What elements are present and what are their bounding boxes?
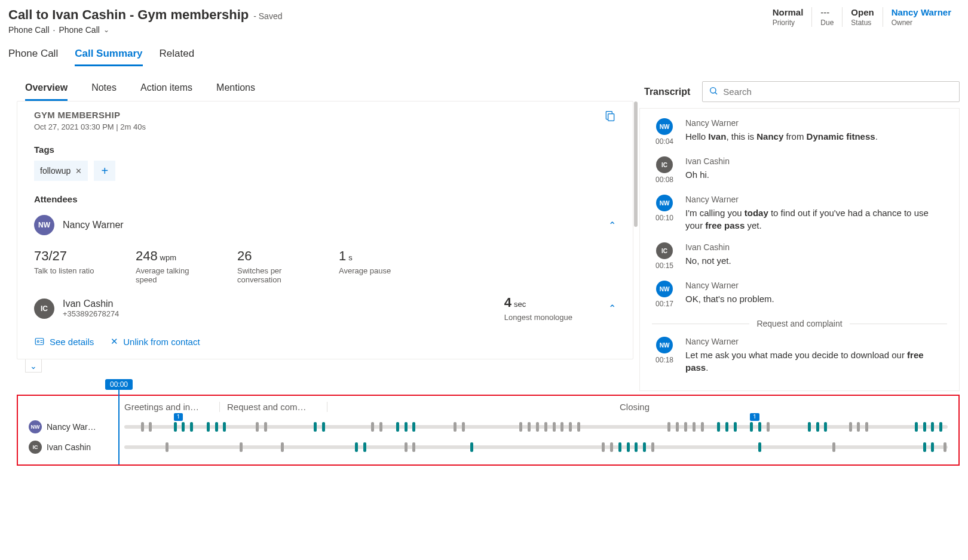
timeline-tick (553, 422, 556, 432)
tab-call-summary[interactable]: Call Summary (75, 48, 142, 66)
timeline-tick (816, 422, 819, 432)
collapse-toggle[interactable]: ⌄ (25, 359, 42, 373)
scrollbar-thumb[interactable] (634, 101, 638, 227)
timeline-tick (725, 422, 728, 432)
transcript-message[interactable]: NW 00:04 Nancy Warner Hello Ivan, this i… (652, 118, 947, 146)
message-time: 00:04 (655, 137, 673, 146)
message-time: 00:10 (655, 214, 673, 222)
subtab-notes[interactable]: Notes (91, 78, 117, 101)
attendee-row-ivan[interactable]: IC Ivan Cashin +353892678274 4 sec Longe… (34, 293, 616, 324)
breadcrumb[interactable]: Phone Call · Phone Call ⌄ (8, 25, 282, 35)
timeline-tick (676, 422, 679, 432)
transcript-message[interactable]: NW 00:17 Nancy Warner OK, that's no prob… (652, 281, 947, 308)
timeline-track[interactable]: ICIvan Cashin (29, 437, 948, 457)
message-speaker: Nancy Warner (685, 118, 947, 128)
monologue-value: 4 (504, 295, 511, 310)
timeline-tick (857, 422, 860, 432)
timeline-tick (519, 422, 522, 432)
svg-rect-0 (608, 114, 614, 121)
timeline-tick (412, 422, 415, 432)
timeline-tick (149, 422, 152, 432)
timeline-tick (758, 422, 761, 432)
timeline-tick (536, 422, 539, 432)
track-bar[interactable] (124, 445, 948, 449)
timeline-tick (314, 422, 317, 432)
timeline-tick (667, 422, 670, 432)
timeline-tick (454, 422, 457, 432)
search-input[interactable] (702, 81, 960, 102)
playhead[interactable] (118, 390, 120, 464)
transcript-message[interactable]: IC 00:15 Ivan Cashin No, not yet. (652, 242, 947, 270)
timeline-tick (528, 422, 531, 432)
timeline-tick (602, 442, 605, 452)
timeline-tick (470, 442, 473, 452)
overview-panel: GYM MEMBERSHIP Oct 27, 2021 03:30 PM | 2… (17, 101, 633, 359)
entity-subtype: Phone Call (59, 25, 100, 35)
tags-label: Tags (34, 144, 616, 155)
timeline-tick (396, 422, 399, 432)
timeline-tick (931, 442, 934, 452)
chevron-up-icon[interactable]: ⌃ (608, 220, 616, 231)
chevron-down-icon[interactable]: ⌄ (103, 26, 109, 34)
transcript-panel: NW 00:04 Nancy Warner Hello Ivan, this i… (639, 108, 960, 391)
timeline-tick (808, 422, 811, 432)
timeline-tick (405, 422, 408, 432)
tab-phone-call[interactable]: Phone Call (8, 48, 58, 66)
avatar: NW (29, 420, 42, 433)
see-details-link[interactable]: See details (34, 336, 94, 347)
add-tag-button[interactable]: + (94, 161, 115, 181)
svg-rect-1 (35, 339, 44, 345)
subtab-overview[interactable]: Overview (25, 78, 68, 101)
timeline-track[interactable]: NWNancy War…11 (29, 417, 948, 437)
avatar: NW (656, 195, 673, 211)
stat: 73/27Talk to listen ratio (34, 248, 106, 284)
attendees-label: Attendees (34, 194, 616, 204)
search-field[interactable] (723, 87, 953, 97)
unlink-contact-link[interactable]: ✕ Unlink from contact (111, 336, 200, 347)
avatar: NW (656, 281, 673, 297)
timeline-tick (240, 442, 243, 452)
svg-point-3 (710, 88, 716, 93)
transcript-section-divider: Request and complaint (652, 319, 947, 328)
stat: 26Switches per conversation (237, 248, 309, 284)
attendee-name: Ivan Cashin (63, 299, 119, 309)
transcript-message[interactable]: IC 00:08 Ivan Cashin Oh hi. (652, 156, 947, 184)
subtab-action-items[interactable]: Action items (140, 78, 192, 101)
timeline-tick (174, 422, 177, 432)
timeline-tick (643, 442, 646, 452)
message-text: I'm calling you today to find out if you… (685, 207, 947, 232)
transcript-message[interactable]: NW 00:10 Nancy Warner I'm calling you to… (652, 195, 947, 232)
timeline-marker[interactable]: 1 (750, 413, 759, 421)
chevron-up-icon[interactable]: ⌃ (608, 303, 616, 314)
tab-related[interactable]: Related (160, 48, 195, 66)
avatar: IC (29, 441, 42, 454)
message-speaker: Nancy Warner (685, 195, 947, 204)
timeline-tick (939, 422, 942, 432)
header-meta-owner[interactable]: Nancy WarnerOwner (883, 7, 960, 27)
search-icon (709, 86, 718, 97)
avatar: IC (656, 242, 673, 259)
transcript-message[interactable]: NW 00:18 Nancy Warner Let me ask you wha… (652, 337, 947, 374)
timeline-tick (923, 442, 926, 452)
close-icon: ✕ (111, 336, 118, 347)
timeline-tick (635, 442, 638, 452)
timeline-tick (701, 422, 704, 432)
timeline-tick (207, 422, 210, 432)
message-text: Hello Ivan, this is Nancy from Dynamic f… (685, 130, 947, 143)
stat: 1 sAverage pause (339, 248, 411, 284)
timeline-tick (832, 442, 835, 452)
timeline-tick (767, 422, 770, 432)
timeline-tick (223, 422, 226, 432)
remove-tag-icon[interactable]: ✕ (75, 167, 82, 176)
attendee-row-nancy[interactable]: NW Nancy Warner ⌃ (34, 213, 616, 238)
timeline-marker[interactable]: 1 (174, 413, 183, 421)
timeline-tick (215, 422, 218, 432)
message-speaker: Ivan Cashin (685, 242, 947, 252)
timeline-tick (405, 442, 408, 452)
subtab-mentions[interactable]: Mentions (216, 78, 255, 101)
copy-icon[interactable] (604, 110, 616, 124)
track-bar[interactable]: 11 (124, 425, 948, 429)
tag-chip[interactable]: followup✕ (34, 161, 88, 181)
timeline-tick (371, 422, 374, 432)
transcript-heading: Transcript (644, 87, 690, 97)
